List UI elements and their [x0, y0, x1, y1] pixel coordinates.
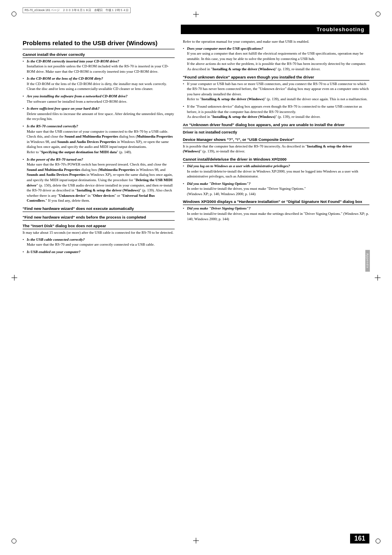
corner-mark-tr — [376, 12, 380, 16]
section10-bullets: Did you make "Driver Signing Options"? I… — [183, 206, 369, 221]
section1-bullets: Is the CD-ROM correctly inserted into yo… — [23, 59, 175, 203]
list-item: Is the RS-70 connected correctly? Make s… — [23, 124, 175, 155]
list-item: Did you log on to Windows as a user with… — [183, 164, 369, 179]
page-meta: RS-70_e3.book 161 ページ ２００３年６月１８日 水曜日 午後１… — [23, 7, 369, 13]
bullet-title: Is the power of the RS-70 turned on? — [27, 157, 83, 161]
bullet-body: In order to install/delete/re-install th… — [187, 169, 358, 179]
list-item: Is the CD-ROM or the lens of the CD-ROM … — [23, 76, 175, 92]
list-item: Is there sufficient free space on your h… — [23, 106, 175, 122]
appendix-tab: Appendix — [365, 250, 370, 272]
bullet-body: In order to install/re-install the drive… — [187, 212, 369, 221]
list-item: Did you make "Driver Signing Options"? I… — [183, 181, 369, 197]
section7-heading: Driver is not installed correctly — [183, 130, 369, 134]
bullet-body: In order to install/re-install the drive… — [187, 187, 306, 196]
bullet-title: Does your computer meet the USB specific… — [187, 46, 263, 51]
cross-mark-left — [12, 275, 17, 281]
bullet-title: Is there sufficient free space on your h… — [27, 106, 99, 111]
list-item: Is the USB cable connected correctly? Ma… — [23, 237, 175, 247]
bullet-body: If the CD-ROM or the lens of the CD-ROM … — [27, 82, 167, 91]
bullet-title: Did you make "Driver Signing Options"? — [187, 206, 251, 210]
bullet-title: Is the USB cable connected correctly? — [27, 237, 85, 242]
section8-heading: Device Manager shows "?", "!", or "USB C… — [183, 137, 369, 143]
list-item: Is the power of the RS-70 turned on? Mak… — [23, 157, 175, 203]
bullet-body: Installation is not possible unless the … — [27, 64, 168, 74]
bullet-title: Did you log on to Windows as a user with… — [187, 164, 290, 168]
section3-heading: "Find new hardware wizard" ends before t… — [23, 215, 175, 221]
right-top-bullets: Does your computer meet the USB specific… — [183, 46, 369, 72]
section4-heading: The "Insert Disk" dialog box does not ap… — [23, 223, 175, 229]
bullet-body: Make sure that the RS-70 and your comput… — [27, 242, 154, 246]
cross-mark-bottom — [193, 538, 199, 543]
corner-mark-bl — [12, 539, 16, 543]
bullet-body2: If the above actions do not solve the pr… — [187, 62, 366, 71]
section10-heading: Windows XP/2000 displays a "Hardware Ins… — [183, 199, 369, 205]
corner-mark-br — [376, 539, 380, 543]
main-content: Problems related to the USB driver (Wind… — [23, 39, 369, 532]
section2-heading: "Find new hardware wizard" does not exec… — [23, 206, 175, 212]
left-column: Problems related to the USB driver (Wind… — [23, 39, 175, 532]
section5-heading: "Found unknown device" appears even thou… — [183, 75, 369, 81]
list-item: If your computer or USB hub has two or m… — [183, 81, 369, 102]
list-item: Did you make "Driver Signing Options"? I… — [183, 206, 369, 221]
bullet-body: If you are using a computer that does no… — [187, 51, 363, 61]
section9-heading: Cannot install/delete/use the driver in … — [183, 157, 369, 163]
bullet-title: Did you make "Driver Signing Options"? — [187, 182, 251, 186]
bullet-body: Make sure that the RS-70's POWER switch … — [27, 162, 173, 203]
main-section-title: Problems related to the USB driver (Wind… — [23, 39, 175, 49]
bullet-body: If your computer or USB hub has two or m… — [187, 82, 369, 101]
section4-intro: It may take about 15 seconds (or more) a… — [23, 230, 175, 235]
section6-heading: An "Unknown driver found" dialog box app… — [183, 122, 369, 128]
list-item: Is USB enabled on your computer? — [23, 249, 175, 255]
meta-box: RS-70_e3.book 161 ページ ２００３年６月１８日 水曜日 午後１… — [23, 7, 131, 13]
bullet-body: The software cannot be installed from a … — [27, 99, 127, 104]
bullet-title: Is the RS-70 connected correctly? — [27, 124, 78, 128]
page-number: 161 — [350, 534, 369, 543]
list-item: Is the CD-ROM correctly inserted into yo… — [23, 59, 175, 74]
bullet-title: Are you installing the software from a n… — [27, 94, 127, 98]
section4-bullets: Is the USB cable connected correctly? Ma… — [23, 237, 175, 255]
right-column: Refer to the operation manual for your c… — [183, 39, 369, 532]
bullet-body: If the "Found unknown device" dialog box… — [187, 104, 362, 119]
list-item: Are you installing the software from a n… — [23, 94, 175, 104]
section5-bullets: If your computer or USB hub has two or m… — [183, 81, 369, 120]
bullet-title: Is the CD-ROM or the lens of the CD-ROM … — [27, 76, 103, 81]
section1-heading: Cannot install the driver correctly — [23, 52, 175, 58]
list-item: If the "Found unknown device" dialog box… — [183, 104, 369, 120]
title-bar: Troubleshooting — [181, 25, 369, 34]
section9-bullets: Did you log on to Windows as a user with… — [183, 164, 369, 197]
corner-mark-tl — [12, 12, 16, 16]
bullet-title: Is USB enabled on your computer? — [27, 250, 81, 254]
cross-mark-right — [375, 275, 380, 281]
bullet-body: Delete unneeded files to increase the am… — [27, 112, 174, 121]
section8-body: It is possible that the computer has det… — [183, 144, 369, 154]
bullet-title: Is the CD-ROM correctly inserted into yo… — [27, 59, 119, 63]
bullet-body: Make sure that the USB connector of your… — [27, 129, 173, 154]
list-item: Does your computer meet the USB specific… — [183, 46, 369, 72]
right-intro: Refer to the operation manual for your c… — [183, 39, 369, 44]
